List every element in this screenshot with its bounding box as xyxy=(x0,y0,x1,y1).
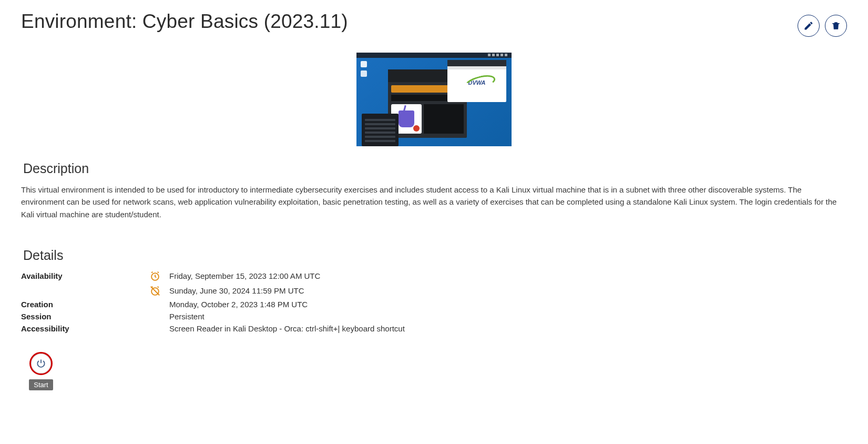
bottom-actions: Start xyxy=(29,352,53,390)
header-actions xyxy=(798,15,847,37)
availability-end-value: Sunday, June 30, 2024 11:59 PM UTC xyxy=(169,286,847,295)
page-header: Environment: Cyber Basics (2023.11) xyxy=(21,11,847,37)
trash-icon xyxy=(831,21,841,31)
alarm-on-icon xyxy=(149,270,169,282)
environment-screenshot: DVWA xyxy=(356,53,512,146)
availability-label: Availability xyxy=(21,271,149,280)
creation-value: Monday, October 2, 2023 1:48 PM UTC xyxy=(169,300,847,309)
description-text: This virtual environment is intended to … xyxy=(21,184,847,220)
power-icon xyxy=(36,358,46,369)
session-value: Persistent xyxy=(169,312,847,321)
description-heading: Description xyxy=(23,161,847,176)
start-button[interactable] xyxy=(29,352,53,375)
edit-button[interactable] xyxy=(798,15,820,37)
availability-start-value: Friday, September 15, 2023 12:00 AM UTC xyxy=(169,271,847,280)
session-label: Session xyxy=(21,312,149,321)
delete-button[interactable] xyxy=(825,15,847,37)
accessibility-value: Screen Reader in Kali Desktop - Orca: ct… xyxy=(169,324,847,333)
details-table: Availability Friday, September 15, 2023 … xyxy=(21,270,847,333)
start-tooltip: Start xyxy=(29,379,53,390)
environment-screenshot-area: DVWA xyxy=(21,53,847,146)
alarm-off-icon xyxy=(149,285,169,297)
pencil-icon xyxy=(803,21,814,31)
creation-label: Creation xyxy=(21,300,149,309)
page-title: Environment: Cyber Basics (2023.11) xyxy=(21,11,348,33)
details-heading: Details xyxy=(23,248,847,263)
accessibility-label: Accessibility xyxy=(21,324,149,333)
